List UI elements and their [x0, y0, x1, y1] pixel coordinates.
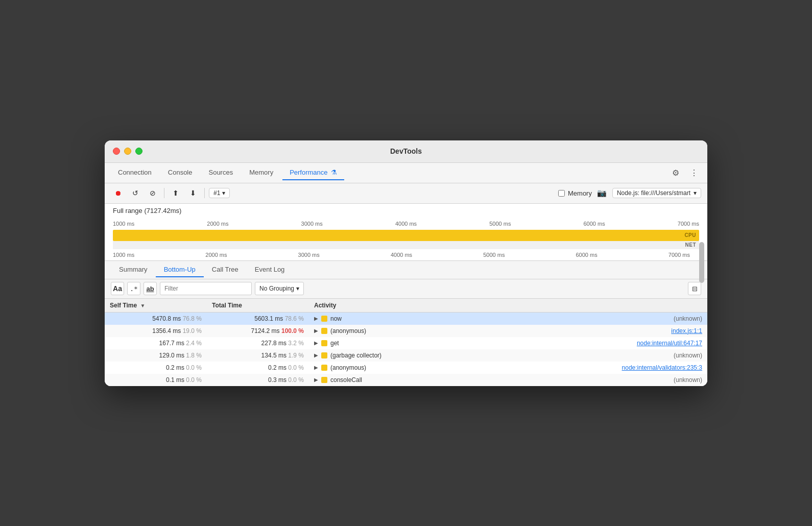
self-time-pct: 0.0 % — [186, 364, 202, 371]
scrollbar-thumb[interactable] — [699, 242, 704, 283]
activity-source-link[interactable]: index.js:1:1 — [671, 327, 702, 334]
cell-total-time-3: 134.5 ms 1.9 % — [207, 349, 309, 362]
cell-total-time-2: 227.8 ms 3.2 % — [207, 337, 309, 349]
table-row: 0.1 ms 0.0 %0.3 ms 0.0 % ▶ consoleCall (… — [105, 374, 707, 386]
grouping-select[interactable]: No Grouping ▾ — [255, 282, 304, 295]
tab-icons-right: ⚙ ⋮ — [668, 165, 701, 180]
activity-name: (anonymous) — [330, 327, 366, 334]
table-row: 5470.8 ms 76.8 %5603.1 ms 78.6 % ▶ now (… — [105, 312, 707, 325]
expand-arrow[interactable]: ▶ — [314, 365, 318, 370]
record-button[interactable]: ⏺ — [111, 186, 125, 200]
cell-self-time-0: 5470.8 ms 76.8 % — [105, 312, 207, 325]
window-title: DevTools — [390, 147, 422, 155]
match-case-button[interactable]: Aa — [111, 282, 124, 295]
ruler-mark-4: 4000 ms — [395, 221, 417, 227]
scrollbar-vertical[interactable] — [698, 250, 705, 260]
table-row: 167.7 ms 2.4 %227.8 ms 3.2 % ▶ get node:… — [105, 337, 707, 349]
expand-arrow[interactable]: ▶ — [314, 377, 318, 382]
cell-activity-2: ▶ get node:internal/util:647:17 — [309, 337, 707, 349]
data-table-container: Self Time ▼ Total Time Activity 5470.8 m… — [105, 299, 707, 386]
memory-checkbox-input[interactable] — [558, 190, 565, 197]
expand-arrow[interactable]: ▶ — [314, 328, 318, 333]
ruler-mark-5: 5000 ms — [489, 221, 511, 227]
tab-bar: Connection Console Sources Memory Perfor… — [105, 163, 707, 183]
tab-memory[interactable]: Memory — [242, 165, 280, 180]
screenshot-button[interactable]: 📷 — [595, 186, 609, 200]
target-selector[interactable]: Node.js: file:///Users/stmart ▾ — [612, 188, 701, 198]
cell-self-time-1: 1356.4 ms 19.0 % — [105, 325, 207, 337]
settings-icon[interactable]: ⚙ — [668, 165, 683, 180]
regex-button[interactable]: .* — [127, 282, 140, 295]
activity-name: consoleCall — [330, 376, 362, 384]
self-time-pct: 19.0 % — [183, 327, 202, 334]
reload-button[interactable]: ↺ — [128, 186, 142, 200]
btab-summary[interactable]: Summary — [111, 262, 156, 277]
activity-source-plain: (unknown) — [674, 376, 702, 384]
btab-bottom-up[interactable]: Bottom-Up — [156, 262, 204, 277]
total-time-value: 7124.2 ms — [251, 327, 280, 334]
sidebar-toggle-button[interactable]: ⊟ — [688, 282, 701, 295]
bottom-ruler: 1000 ms 2000 ms 3000 ms 4000 ms 5000 ms … — [105, 249, 698, 260]
self-time-value: 1356.4 ms — [152, 327, 181, 334]
ruler-mark-7: 7000 ms — [678, 221, 699, 227]
cell-activity-0: ▶ now (unknown) — [309, 312, 707, 325]
activity-name: get — [330, 340, 339, 347]
ruler-mark-6: 6000 ms — [583, 221, 605, 227]
profile-dropdown-arrow: ▾ — [222, 189, 225, 197]
memory-checkbox-container[interactable]: Memory — [558, 189, 592, 197]
devtools-window: DevTools Connection Console Sources Memo… — [105, 140, 707, 386]
cell-activity-3: ▶ (garbage collector) (unknown) — [309, 349, 707, 362]
tab-sources[interactable]: Sources — [201, 165, 240, 180]
bottom-mark-7: 7000 ms — [668, 252, 690, 258]
col-self-time[interactable]: Self Time ▼ — [105, 299, 207, 313]
activity-color-dot — [321, 340, 327, 346]
expand-arrow[interactable]: ▶ — [314, 352, 318, 358]
cell-self-time-4: 0.2 ms 0.0 % — [105, 362, 207, 374]
btab-call-tree[interactable]: Call Tree — [204, 262, 247, 277]
total-time-pct: 0.0 % — [288, 376, 304, 384]
close-button[interactable] — [113, 148, 120, 155]
upload-button[interactable]: ⬆ — [169, 186, 183, 200]
self-time-pct: 1.8 % — [186, 352, 202, 359]
col-activity: Activity — [309, 299, 707, 313]
cell-total-time-5: 0.3 ms 0.0 % — [207, 374, 309, 386]
bottom-mark-3: 3000 ms — [298, 252, 320, 258]
download-button[interactable]: ⬇ — [186, 186, 200, 200]
self-time-value: 0.1 ms — [166, 376, 184, 384]
profile-selector[interactable]: #1 ▾ — [209, 188, 230, 198]
tab-console[interactable]: Console — [161, 165, 200, 180]
filter-bar: Aa .* ab No Grouping ▾ ⊟ — [105, 279, 707, 299]
activity-source-link[interactable]: node:internal/validators:235:3 — [622, 364, 702, 371]
expand-arrow[interactable]: ▶ — [314, 340, 318, 346]
activity-source-link[interactable]: node:internal/util:647:17 — [637, 340, 702, 347]
activity-source-plain: (unknown) — [674, 352, 702, 359]
top-ruler: 1000 ms 2000 ms 3000 ms 4000 ms 5000 ms … — [105, 218, 707, 230]
expand-arrow[interactable]: ▶ — [314, 316, 318, 321]
top-ruler-inner: 1000 ms 2000 ms 3000 ms 4000 ms 5000 ms … — [113, 221, 699, 227]
total-time-value: 5603.1 ms — [254, 315, 283, 322]
activity-color-dot — [321, 365, 327, 371]
tab-performance[interactable]: Performance ⚗ — [282, 165, 344, 180]
minimize-button[interactable] — [124, 148, 131, 155]
btab-event-log[interactable]: Event Log — [247, 262, 293, 277]
bottom-mark-6: 6000 ms — [576, 252, 597, 258]
maximize-button[interactable] — [135, 148, 142, 155]
bottom-mark-1: 1000 ms — [113, 252, 134, 258]
profile-label: #1 — [213, 189, 220, 197]
table-header-row: Self Time ▼ Total Time Activity — [105, 299, 707, 313]
toolbar: ⏺ ↺ ⊘ ⬆ ⬇ #1 ▾ Memory 📷 Node.js: file://… — [105, 183, 707, 204]
cell-total-time-4: 0.2 ms 0.0 % — [207, 362, 309, 374]
whole-word-button[interactable]: ab — [144, 282, 157, 295]
total-time-pct: 3.2 % — [288, 340, 304, 347]
tab-connection[interactable]: Connection — [111, 165, 159, 180]
net-label: NET — [685, 242, 697, 248]
grouping-label: No Grouping — [259, 285, 294, 292]
bottom-ruler-row: 1000 ms 2000 ms 3000 ms 4000 ms 5000 ms … — [105, 249, 707, 260]
activity-source-plain: (unknown) — [674, 315, 702, 322]
more-options-icon[interactable]: ⋮ — [687, 165, 701, 180]
total-time-value: 0.3 ms — [268, 376, 286, 384]
cell-activity-5: ▶ consoleCall (unknown) — [309, 374, 707, 386]
net-bar: NET — [113, 241, 699, 249]
clear-button[interactable]: ⊘ — [146, 186, 160, 200]
filter-input[interactable] — [160, 282, 252, 295]
